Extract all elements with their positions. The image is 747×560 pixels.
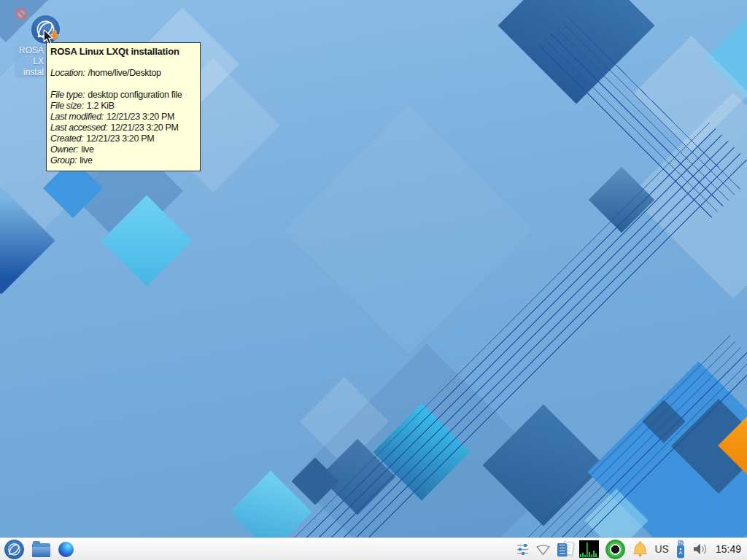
sliders-icon	[516, 542, 529, 556]
tooltip-row-owner: Owner:live	[50, 144, 196, 155]
tooltip-row-created: Created:12/21/23 3:20 PM	[50, 133, 196, 144]
file-manager-launcher[interactable]	[32, 542, 50, 557]
file-properties-tooltip: ROSA Linux LXQt installation Location:/h…	[46, 42, 201, 171]
folder-icon	[32, 543, 50, 557]
wallpaper-shape	[498, 0, 655, 104]
desktop[interactable]: ROSA LX instal ROSA Linux LXQt installat…	[0, 0, 747, 560]
tooltip-row-filetype: File type:desktop configuration file	[50, 90, 196, 101]
desktop-icon-label: ROSA LX instal	[15, 45, 46, 78]
wifi-icon	[535, 543, 551, 556]
tooltip-row-filesize: File size:1.2 KiB	[50, 101, 196, 112]
network-tray-icon[interactable]	[535, 543, 551, 556]
taskbar: US 15:49	[0, 537, 747, 560]
keyboard-layout-indicator[interactable]: US	[655, 543, 669, 555]
status-indicator-tray-icon[interactable]	[605, 540, 625, 559]
wallpaper-shape	[285, 106, 532, 353]
system-monitor-tray-icon[interactable]	[579, 540, 599, 558]
volume-tray-icon[interactable]	[692, 542, 709, 556]
mouse-cursor	[43, 29, 54, 48]
system-tray: US 15:49	[516, 540, 742, 559]
browser-launcher[interactable]	[58, 542, 74, 557]
usb-drive-icon	[676, 540, 686, 559]
rosa-menu-icon	[4, 540, 24, 559]
wallpaper-shape	[589, 167, 655, 233]
taskbar-clock[interactable]: 15:49	[716, 543, 741, 555]
tooltip-row-accessed: Last accessed:12/21/23 3:20 PM	[50, 122, 196, 133]
clipboard-tray-icon[interactable]	[557, 541, 573, 558]
green-disc-icon	[605, 540, 625, 559]
clipboard-icon	[557, 541, 573, 558]
bell-icon	[632, 540, 649, 559]
app-menu-button[interactable]	[4, 540, 24, 559]
speaker-icon	[692, 542, 709, 556]
tooltip-title: ROSA Linux LXQt installation	[50, 46, 196, 57]
readonly-emblem-icon	[15, 8, 27, 20]
system-monitor-icon	[579, 540, 599, 558]
tooltip-location-row: Location:/home/live/Desktop	[50, 68, 196, 79]
tooltip-row-group: Group:live	[50, 155, 196, 166]
tooltip-row-modified: Last modified:12/21/23 3:20 PM	[50, 112, 196, 122]
notifications-tray-icon[interactable]	[632, 540, 649, 559]
removable-media-tray-icon[interactable]	[676, 540, 686, 559]
globe-sphere-icon	[58, 542, 74, 557]
mixer-tray-icon[interactable]	[516, 542, 529, 556]
taskbar-launchers	[4, 540, 74, 559]
